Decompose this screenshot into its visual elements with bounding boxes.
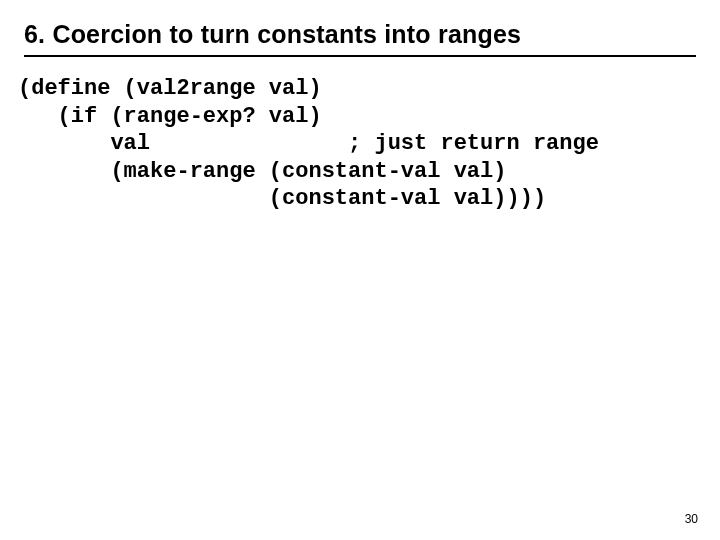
page-number: 30: [685, 512, 698, 526]
slide-title: 6. Coercion to turn constants into range…: [24, 20, 696, 49]
code-block: (define (val2range val) (if (range-exp? …: [18, 75, 696, 213]
slide: 6. Coercion to turn constants into range…: [0, 0, 720, 540]
heading-wrap: 6. Coercion to turn constants into range…: [24, 20, 696, 57]
